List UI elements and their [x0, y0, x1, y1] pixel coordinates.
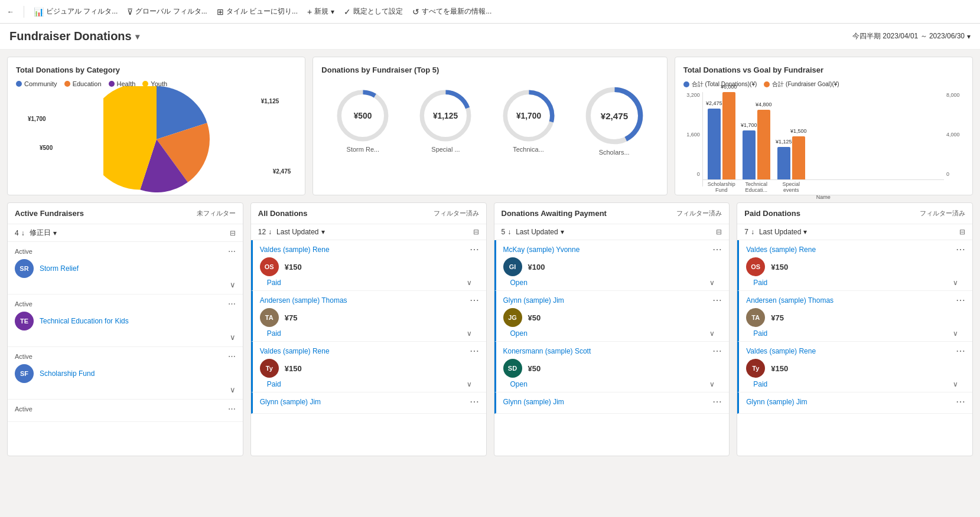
- awaiting-3-header: Konersmann (sample) Scott ⋯: [503, 345, 722, 356]
- awaiting-4-menu-icon[interactable]: ⋯: [712, 396, 722, 407]
- paid-sort-field[interactable]: Last Updated ▾: [759, 228, 807, 236]
- all-donation-1-name[interactable]: Valdes (sample) Rene: [260, 246, 330, 254]
- svg-text:¥1,125: ¥1,125: [433, 112, 458, 120]
- all-sort-field[interactable]: Last Updated ▾: [276, 228, 324, 236]
- all-donation-3-name[interactable]: Valdes (sample) Rene: [260, 347, 330, 355]
- main-content: Total Donations by Category Community Ed…: [0, 50, 980, 463]
- all-options-icon[interactable]: ⊟: [473, 228, 479, 236]
- paid-4-name[interactable]: Glynn (sample) Jim: [746, 398, 807, 406]
- awaiting-3-menu-icon[interactable]: ⋯: [712, 345, 722, 356]
- paid-3-expand-icon[interactable]: ∨: [953, 380, 958, 388]
- awaiting-sort-count[interactable]: 5 ↓: [502, 228, 512, 236]
- visual-filter-button[interactable]: 📊 ビジュアル フィルタ...: [34, 6, 118, 17]
- paid-3-menu-icon[interactable]: ⋯: [956, 345, 965, 356]
- toolbar: ← 📊 ビジュアル フィルタ... ⊽ グローバル フィルタ... ⊞ タイル …: [0, 0, 980, 24]
- all-donation-2-menu-icon[interactable]: ⋯: [470, 295, 479, 306]
- all-donation-1-expand-icon[interactable]: ∨: [467, 279, 472, 287]
- awaiting-sort-field[interactable]: Last Updated ▾: [516, 228, 564, 236]
- paid-3-name[interactable]: Valdes (sample) Rene: [746, 347, 816, 355]
- technical-goal-bar: [757, 110, 770, 179]
- awaiting-3-status: Open: [510, 380, 528, 388]
- fundraiser-storm-expand-icon[interactable]: ∨: [230, 280, 236, 289]
- x-axis-title: Name: [703, 194, 944, 200]
- tile-view-button[interactable]: ⊞ タイル ビューに切り...: [217, 6, 298, 17]
- all-donation-item-1: Valdes (sample) Rene ⋯ OS ¥150 Paid ∨: [251, 240, 486, 291]
- paid-options-icon[interactable]: ⊟: [959, 228, 965, 236]
- svg-text:¥500: ¥500: [354, 112, 372, 120]
- awaiting-1-name[interactable]: McKay (sample) Yvonne: [503, 246, 580, 254]
- fundraiser-4-menu-icon[interactable]: ⋯: [228, 404, 236, 413]
- all-donation-2-status: Paid: [267, 329, 281, 338]
- fundraiser-storm-menu-icon[interactable]: ⋯: [228, 247, 236, 256]
- awaiting-payment-filter: フィルター済み: [676, 209, 722, 218]
- awaiting-1-menu-icon[interactable]: ⋯: [712, 244, 722, 255]
- paid-1-name[interactable]: Valdes (sample) Rene: [746, 246, 816, 254]
- back-button[interactable]: ←: [7, 8, 14, 16]
- fundraiser-storm-name[interactable]: Storm Relief: [40, 264, 79, 273]
- awaiting-4-name[interactable]: Glynn (sample) Jim: [503, 398, 564, 406]
- fundraiser-scholarship-expand-icon[interactable]: ∨: [230, 385, 236, 394]
- paid-2-name[interactable]: Andersen (sample) Thomas: [746, 296, 834, 305]
- all-donation-3-body: Ty ¥150: [260, 359, 479, 378]
- awaiting-options-icon[interactable]: ⊟: [716, 228, 722, 236]
- all-donation-item-2: Andersen (sample) Thomas ⋯ TA ¥75 Paid ∨: [251, 291, 486, 342]
- donut-special-label: Special ...: [431, 146, 460, 153]
- all-donations-filter: フィルター済み: [434, 209, 479, 218]
- fundraiser-scholarship-name[interactable]: Scholarship Fund: [40, 369, 95, 378]
- fundraiser-technical-menu-icon[interactable]: ⋯: [228, 299, 236, 308]
- all-donation-2-footer: Paid ∨: [260, 327, 479, 338]
- all-donation-2-amount: ¥75: [285, 313, 298, 322]
- all-donation-1-menu-icon[interactable]: ⋯: [470, 244, 479, 255]
- fundraiser-storm-expand: ∨: [15, 278, 236, 289]
- technical-donations-value: ¥1,700: [741, 122, 757, 128]
- paid-2-expand-icon[interactable]: ∨: [953, 329, 958, 338]
- special-donations-bar-container: ¥1,125: [777, 147, 790, 179]
- paid-1-expand-icon[interactable]: ∨: [953, 279, 958, 287]
- all-donation-2-name[interactable]: Andersen (sample) Thomas: [260, 296, 347, 305]
- refresh-button[interactable]: ↺ すべてを最新の情報...: [412, 6, 491, 17]
- paid-sort-count[interactable]: 7 ↓: [744, 228, 754, 236]
- all-sort-count[interactable]: 12 ↓: [258, 228, 272, 236]
- date-range-chevron-icon[interactable]: ▾: [967, 32, 971, 41]
- awaiting-3-expand-icon[interactable]: ∨: [709, 380, 715, 388]
- fundraiser-scholarship-menu-icon[interactable]: ⋯: [228, 352, 236, 361]
- fundraiser-technical-body: TE Technical Education for Kids: [15, 312, 236, 331]
- y-label-1600: 1,600: [683, 132, 700, 138]
- all-donation-2-expand-icon[interactable]: ∨: [467, 329, 472, 338]
- fundraiser-scholarship-expand: ∨: [15, 383, 236, 394]
- fundraiser-technical-header: Active ⋯: [15, 299, 236, 308]
- awaiting-3-amount: ¥50: [528, 364, 541, 373]
- technical-donations-bar: [743, 130, 756, 179]
- new-label: 新規: [314, 6, 328, 17]
- awaiting-2-name[interactable]: Glynn (sample) Jim: [503, 296, 564, 305]
- fundraiser-technical-expand-icon[interactable]: ∨: [230, 333, 236, 342]
- visual-filter-label: ビジュアル フィルタ...: [46, 6, 118, 17]
- all-sort-field-chevron-icon: ▾: [321, 228, 325, 236]
- paid-2-menu-icon[interactable]: ⋯: [956, 295, 965, 306]
- all-donation-3-menu-icon[interactable]: ⋯: [470, 345, 479, 356]
- awaiting-1-body: GI ¥100: [503, 257, 722, 276]
- global-filter-button[interactable]: ⊽ グローバル フィルタ...: [127, 6, 207, 17]
- paid-1-menu-icon[interactable]: ⋯: [956, 244, 965, 255]
- paid-4-menu-icon[interactable]: ⋯: [956, 396, 965, 407]
- fundraiser-storm-avatar: SR: [15, 259, 34, 278]
- all-donation-3-expand-icon[interactable]: ∨: [467, 380, 472, 388]
- tile-view-label: タイル ビューに切り...: [226, 6, 298, 17]
- awaiting-2-menu-icon[interactable]: ⋯: [712, 295, 722, 306]
- all-donation-4-name[interactable]: Glynn (sample) Jim: [260, 398, 321, 406]
- new-button[interactable]: + 新規 ▾: [307, 6, 334, 17]
- active-sort-count[interactable]: 4 ↓: [15, 229, 25, 237]
- title-chevron-icon[interactable]: ▾: [135, 32, 139, 41]
- all-donation-4-menu-icon[interactable]: ⋯: [470, 396, 479, 407]
- paid-item-4: Glynn (sample) Jim ⋯: [737, 392, 972, 414]
- fundraiser-technical-name[interactable]: Technical Education for Kids: [40, 317, 129, 325]
- active-options-icon[interactable]: ⊟: [230, 229, 236, 237]
- active-fundraisers-title: Active Fundraisers: [15, 209, 84, 218]
- awaiting-2-expand-icon[interactable]: ∨: [709, 329, 715, 338]
- set-default-button[interactable]: ✓ 既定として設定: [344, 6, 403, 17]
- all-donation-3-status: Paid: [267, 380, 281, 388]
- paid-sort-arrow-icon: ↓: [751, 228, 754, 236]
- awaiting-3-name[interactable]: Konersmann (sample) Scott: [503, 347, 591, 355]
- active-sort-field[interactable]: 修正日 ▾: [30, 228, 57, 238]
- awaiting-1-expand-icon[interactable]: ∨: [709, 279, 715, 287]
